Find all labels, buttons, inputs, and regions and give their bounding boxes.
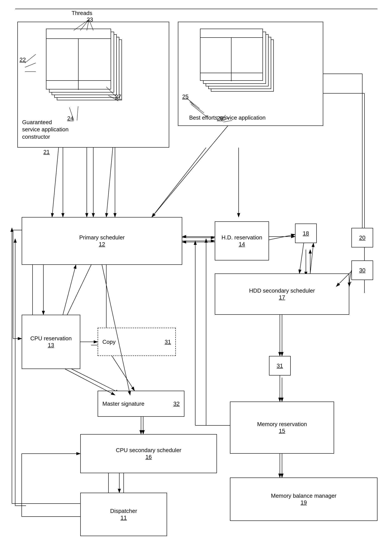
num-24: 24 [67,115,74,122]
box20-num: 20 [359,234,365,241]
svg-rect-2 [15,9,378,9]
num-25: 25 [182,93,189,100]
box31b-num: 31 [277,362,283,369]
svg-line-61 [63,265,76,315]
memory-reservation-num: 15 [279,428,285,434]
box-30: 30 [351,261,373,280]
hdd-secondary-scheduler-box: HDD secondary scheduler 17 [215,274,349,315]
dispatcher-box: Dispatcher 11 [80,493,167,536]
num-26: 26 [217,115,223,122]
hdd-secondary-scheduler-label: HDD secondary scheduler [249,287,315,294]
svg-line-81 [310,243,314,274]
hdd-secondary-scheduler-num: 17 [279,294,285,301]
copy-box: Copy 31 [98,328,176,356]
num-21: 21 [43,149,50,155]
svg-line-50 [52,148,59,217]
master-signature-label: Master signature [102,401,145,407]
memory-reservation-label: Memory reservation [257,421,307,428]
primary-scheduler-box: Primary scheduler 12 [22,217,182,265]
svg-line-80 [299,243,304,274]
best-efforts-app-container: Best efforts service application [178,22,323,126]
cpu-secondary-scheduler-num: 16 [146,454,152,460]
dispatcher-label: Dispatcher [110,508,137,515]
hd-reservation-box: H.D. reservation 14 [215,221,269,261]
master-signature-box: Master signature 32 [98,391,184,417]
num-22: 22 [20,56,26,63]
svg-line-37 [152,148,206,217]
memory-balance-manager-label: Memory balance manager [271,493,336,499]
box-20: 20 [351,228,373,247]
box30-num: 30 [359,267,365,274]
primary-scheduler-label: Primary scheduler [79,234,125,241]
memory-reservation-box: Memory reservation 15 [230,402,334,454]
cpu-reservation-box: CPU reservation 13 [22,315,80,369]
copy-num: 31 [165,338,171,345]
dispatcher-num: 11 [121,515,127,521]
num-27: 27 [115,93,121,100]
threads-label: Threads [72,10,92,16]
hd-reservation-label: H.D. reservation [222,234,262,241]
master-signature-num: 32 [173,401,180,407]
cpu-secondary-scheduler-box: CPU secondary scheduler 16 [80,434,217,473]
copy-label: Copy [102,338,116,345]
svg-line-52 [106,148,113,217]
hd-reservation-num: 14 [239,241,245,248]
guaranteed-app-container: Guaranteedservice applicationconstructor [17,22,169,148]
cpu-secondary-scheduler-label: CPU secondary scheduler [116,447,181,454]
svg-line-79 [269,234,295,240]
svg-line-18 [67,261,93,315]
svg-line-22 [72,369,119,393]
memory-balance-manager-box: Memory balance manager 19 [230,478,378,521]
cpu-reservation-label: CPU reservation [30,335,72,342]
guaranteed-app-label: Guaranteedservice applicationconstructor [22,119,69,141]
svg-line-56 [349,270,351,282]
box18-num: 18 [303,230,309,237]
box-18: 18 [295,224,317,243]
diagram: Threads 23 Guaranteedservice applic [0,0,392,550]
primary-scheduler-num: 12 [99,241,105,248]
memory-balance-manager-num: 19 [301,499,307,506]
best-efforts-label: Best efforts service application [189,114,266,121]
cpu-reservation-num: 13 [48,342,54,349]
box-31b: 31 [269,356,291,375]
